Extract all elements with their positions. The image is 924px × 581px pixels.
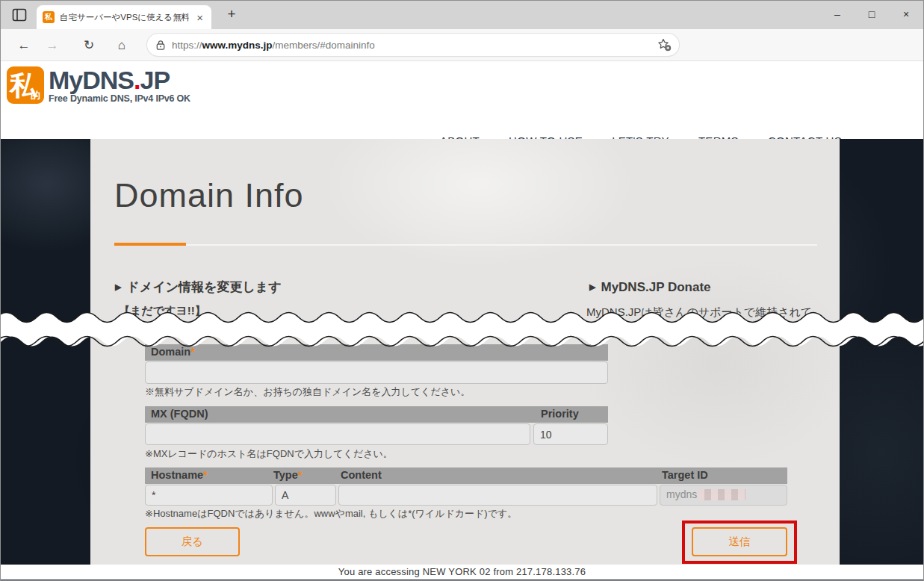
content-panel: Domain Info ▶ドメイン情報を変更します 【まだですヨ!!】 ▶MyD… xyxy=(90,139,840,565)
type-input[interactable] xyxy=(275,485,336,506)
browser-titlebar: 私 自宅サーバーやVPSに使える無料のダ × + – □ × xyxy=(1,1,923,29)
site-header: 私 的 MyDNS.JP Free Dynamic DNS, IPv4 IPv6… xyxy=(1,61,923,139)
tab-close-icon[interactable]: × xyxy=(194,12,205,23)
type-column-header: Type* xyxy=(273,469,302,481)
triangle-bullet-icon: ▶ xyxy=(115,282,121,291)
tab-title: 自宅サーバーやVPSに使える無料のダ xyxy=(60,12,189,23)
home-button[interactable]: ⌂ xyxy=(111,35,132,56)
hostname-note: ※HostnameはFQDNではありません。wwwやmail, もしくは*(ワイ… xyxy=(145,507,517,521)
add-favorite-icon[interactable] xyxy=(657,38,672,52)
hostname-input[interactable] xyxy=(145,485,273,506)
priority-input[interactable] xyxy=(533,423,608,445)
submit-button[interactable]: 送信 xyxy=(692,527,787,556)
site-logo[interactable]: 私 的 MyDNS.JP Free Dynamic DNS, IPv4 IPv6… xyxy=(7,66,190,104)
section-change-domain-info[interactable]: ▶ドメイン情報を変更します xyxy=(115,279,282,296)
section-mydns-donate[interactable]: ▶MyDNS.JP Donate xyxy=(589,280,711,295)
domain-field-header: Domain* xyxy=(145,344,608,361)
target-id-field: mydns xyxy=(660,485,787,506)
browser-toolbar: ← → ↻ ⌂ https://www.mydns.jp/members/#do… xyxy=(1,29,923,61)
mx-note: ※MXレコードのホスト名はFQDNで入力してください。 xyxy=(145,447,393,461)
mx-field-header: MX (FQDN)Priority xyxy=(145,406,608,423)
address-bar[interactable]: https://www.mydns.jp/members/#domaininfo xyxy=(147,34,679,56)
back-button[interactable]: ← xyxy=(13,35,34,56)
content-column-header: Content xyxy=(341,469,382,481)
priority-column-header: Priority xyxy=(541,408,579,420)
url-text: https://www.mydns.jp/members/#domaininfo xyxy=(172,40,651,51)
maximize-button[interactable]: □ xyxy=(855,1,889,29)
minimize-button[interactable]: – xyxy=(820,1,855,29)
title-divider xyxy=(114,244,817,246)
mx-input[interactable] xyxy=(145,423,530,445)
logo-mark-icon: 私 的 xyxy=(7,66,44,104)
site-tagline: Free Dynamic DNS, IPv4 IPv6 OK xyxy=(49,93,190,104)
target-id-column-header: Target ID xyxy=(662,469,708,481)
back-form-button[interactable]: 戻る xyxy=(145,527,240,556)
content-input[interactable] xyxy=(338,485,657,506)
tab-favicon-icon: 私 xyxy=(43,11,55,23)
section-left-partial-text: 【まだですヨ!!】 xyxy=(119,304,206,318)
new-tab-button[interactable]: + xyxy=(222,4,241,24)
page-title: Domain Info xyxy=(114,176,304,215)
browser-window: 私 自宅サーバーやVPSに使える無料のダ × + – □ × ← → ↻ ⌂ h… xyxy=(0,0,924,581)
records-table-header: Hostname* Type* Content Target ID xyxy=(145,467,787,484)
refresh-button[interactable]: ↻ xyxy=(78,35,99,56)
domain-input[interactable] xyxy=(145,361,608,384)
tab-actions-menu-icon[interactable] xyxy=(11,7,28,22)
lock-icon xyxy=(156,40,165,51)
browser-tab[interactable]: 私 自宅サーバーやVPSに使える無料のダ × xyxy=(37,5,211,29)
title-divider-accent xyxy=(114,243,186,246)
window-controls: – □ × xyxy=(820,1,923,29)
page-body: Domain Info ▶ドメイン情報を変更します 【まだですヨ!!】 ▶MyD… xyxy=(1,139,923,565)
forward-button: → xyxy=(42,35,63,56)
section-right-partial-text: MyDNS.JPは皆さんのサポートで維持されて xyxy=(586,305,812,320)
access-status-bar: You are accessing NEW YORK 02 from 217.1… xyxy=(1,565,923,580)
triangle-bullet-icon: ▶ xyxy=(589,282,595,291)
site-title: MyDNS.JP xyxy=(49,66,190,93)
domain-note: ※無料サブドメイン名か、お持ちの独自ドメイン名を入力してください。 xyxy=(145,385,470,399)
censored-mosaic xyxy=(698,489,745,500)
close-window-button[interactable]: × xyxy=(889,1,923,29)
